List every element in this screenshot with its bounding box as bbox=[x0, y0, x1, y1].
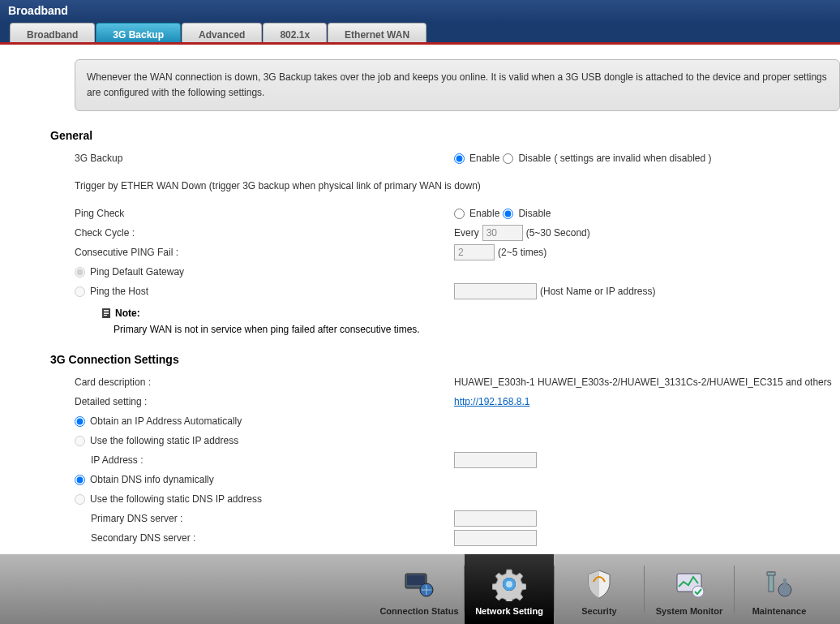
nav-label: System Monitor bbox=[656, 606, 723, 616]
note-body-text: Primary WAN is not in service when ping … bbox=[114, 324, 840, 335]
tabs-row: Broadband 3G Backup Advanced 802.1x Ethe… bbox=[0, 23, 840, 45]
note-icon bbox=[101, 308, 112, 319]
section-connection-title: 3G Connection Settings bbox=[50, 353, 840, 366]
radio-ping-host[interactable] bbox=[75, 286, 85, 297]
tab-label: 3G Backup bbox=[113, 29, 164, 41]
check-cycle-prefix: Every bbox=[454, 227, 479, 239]
label-use-static-ip: Use the following static IP address bbox=[90, 435, 238, 446]
radio-ping-default-gateway[interactable] bbox=[75, 267, 85, 278]
radio-pingcheck-disable[interactable] bbox=[503, 209, 513, 219]
gear-icon bbox=[492, 567, 526, 601]
svg-point-10 bbox=[506, 581, 512, 587]
svg-rect-14 bbox=[767, 572, 775, 575]
tab-label: Advanced bbox=[199, 29, 245, 41]
nav-label: Network Setting bbox=[475, 606, 543, 616]
nav-label: Connection Status bbox=[379, 606, 458, 616]
bottom-nav: Connection Status Network Setting Securi… bbox=[0, 554, 840, 624]
backup-hint: ( settings are invalid when disabled ) bbox=[554, 153, 711, 164]
monitor-globe-icon bbox=[402, 567, 436, 601]
nav-label: Maintenance bbox=[752, 606, 807, 616]
input-primary-dns[interactable] bbox=[454, 510, 537, 527]
label-card-description: Card description : bbox=[75, 377, 454, 388]
page-title: Broadband bbox=[8, 4, 68, 17]
input-secondary-dns[interactable] bbox=[454, 530, 537, 546]
nav-system-monitor[interactable]: System Monitor bbox=[645, 554, 734, 624]
intro-box: Whenever the WAN connection is down, 3G … bbox=[75, 59, 840, 111]
trigger-text: Trigger by ETHER WAN Down (trigger 3G ba… bbox=[75, 180, 481, 192]
ping-host-hint: (Host Name or IP address) bbox=[540, 286, 656, 297]
label-detailed-setting: Detailed setting : bbox=[75, 396, 454, 407]
intro-text: Whenever the WAN connection is down, 3G … bbox=[87, 71, 827, 98]
radio-obtain-dns-auto[interactable] bbox=[75, 475, 85, 485]
radio-use-static-dns[interactable] bbox=[75, 494, 85, 505]
svg-rect-1 bbox=[104, 310, 109, 311]
value-card-description: HUAWEI_E303h-1 HUAWEI_E303s-2/HUAWEI_313… bbox=[454, 377, 832, 388]
radio-obtain-ip-auto[interactable] bbox=[75, 416, 85, 427]
svg-rect-2 bbox=[104, 312, 109, 312]
tab-3g-backup[interactable]: 3G Backup bbox=[96, 23, 181, 42]
label-consecutive-fail: Consecutive PING Fail : bbox=[75, 247, 454, 258]
svg-rect-6 bbox=[407, 575, 425, 585]
label-ip-address: IP Address : bbox=[75, 454, 454, 466]
tab-broadband[interactable]: Broadband bbox=[10, 23, 95, 42]
header-bar: Broadband bbox=[0, 0, 840, 23]
input-consecutive-fail[interactable] bbox=[454, 244, 495, 260]
svg-rect-3 bbox=[104, 313, 109, 314]
input-check-cycle[interactable] bbox=[482, 225, 523, 241]
input-ping-host[interactable] bbox=[454, 283, 537, 299]
check-cycle-hint: (5~30 Second) bbox=[526, 227, 590, 239]
consecutive-fail-hint: (2~5 times) bbox=[498, 247, 546, 258]
tab-label: 802.1x bbox=[280, 29, 310, 41]
option-disable: Disable bbox=[518, 208, 551, 219]
chart-icon bbox=[672, 567, 706, 601]
radio-use-static-ip[interactable] bbox=[75, 436, 85, 446]
label-obtain-dns-auto: Obtain DNS info dynamically bbox=[90, 474, 214, 485]
radio-backup-enable[interactable] bbox=[454, 153, 465, 164]
radio-pingcheck-enable[interactable] bbox=[454, 209, 465, 219]
nav-maintenance[interactable]: Maintenance bbox=[735, 554, 824, 624]
shield-icon bbox=[582, 567, 616, 601]
label-secondary-dns: Secondary DNS server : bbox=[75, 532, 454, 544]
note-block: Note: Primary WAN is not in service when… bbox=[101, 308, 840, 335]
note-title-text: Note: bbox=[115, 308, 140, 319]
input-ip-address[interactable] bbox=[454, 452, 537, 468]
option-enable: Enable bbox=[469, 208, 499, 219]
nav-label: Security bbox=[581, 606, 616, 616]
label-3g-backup: 3G Backup bbox=[75, 153, 454, 164]
tab-ethernet-wan[interactable]: Ethernet WAN bbox=[328, 23, 426, 42]
svg-rect-4 bbox=[104, 315, 107, 316]
tab-label: Ethernet WAN bbox=[345, 29, 409, 41]
tools-icon bbox=[762, 567, 796, 601]
label-ping-host: Ping the Host bbox=[90, 286, 148, 297]
section-general-title: General bbox=[50, 129, 840, 142]
nav-network-setting[interactable]: Network Setting bbox=[465, 554, 554, 624]
tab-label: Broadband bbox=[27, 29, 78, 41]
tab-8021x[interactable]: 802.1x bbox=[263, 23, 327, 42]
content-area: Whenever the WAN connection is down, 3G … bbox=[0, 45, 840, 554]
label-ping-check: Ping Check bbox=[75, 208, 454, 219]
label-check-cycle: Check Cycle : bbox=[75, 227, 454, 239]
nav-connection-status[interactable]: Connection Status bbox=[375, 554, 464, 624]
label-obtain-ip-auto: Obtain an IP Address Automatically bbox=[90, 415, 242, 427]
nav-security[interactable]: Security bbox=[555, 554, 644, 624]
svg-rect-16 bbox=[783, 579, 786, 587]
option-enable: Enable bbox=[469, 153, 499, 164]
radio-backup-disable[interactable] bbox=[503, 153, 513, 164]
link-detailed-setting[interactable]: http://192.168.8.1 bbox=[454, 396, 529, 407]
label-use-static-dns: Use the following static DNS IP address bbox=[90, 493, 262, 505]
label-primary-dns: Primary DNS server : bbox=[75, 513, 454, 524]
svg-point-12 bbox=[692, 586, 704, 597]
tab-advanced[interactable]: Advanced bbox=[182, 23, 262, 42]
option-disable: Disable bbox=[518, 153, 551, 164]
label-ping-default-gateway: Ping Default Gateway bbox=[90, 266, 184, 278]
